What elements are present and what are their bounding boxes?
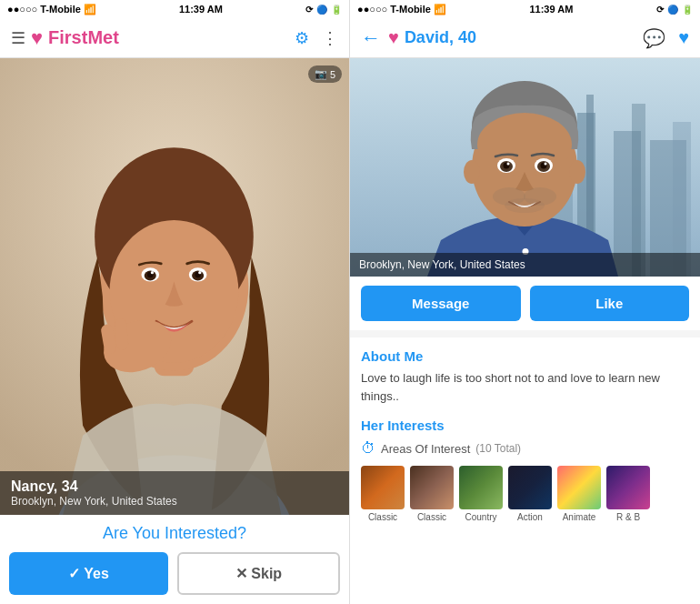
svg-point-38 — [545, 163, 547, 166]
about-me-title: About Me — [361, 348, 689, 364]
interest-label-classic2: Classic — [417, 512, 446, 522]
right-battery-icon: 🔋 — [682, 5, 693, 15]
wifi-icon: 📶 — [84, 4, 96, 15]
interest-item-classic2[interactable]: Classic — [410, 466, 454, 522]
svg-rect-23 — [632, 104, 645, 277]
back-button[interactable]: ← — [361, 26, 381, 50]
interest-photo-classic1 — [361, 466, 405, 509]
left-panel: ●●○○○ T-Mobile 📶 11:39 AM ⟳ 🔵 🔋 ☰ ♥ Firs… — [0, 0, 350, 604]
interested-buttons: ✓ Yes ✕ Skip — [9, 552, 340, 595]
chat-icon[interactable]: 💬 — [643, 27, 665, 49]
interest-label-classic1: Classic — [368, 512, 397, 522]
screen-rotate-icon: ⟳ — [305, 5, 313, 15]
svg-point-42 — [464, 160, 480, 184]
right-profile-photo — [350, 58, 700, 277]
right-wifi-icon: 📶 — [434, 4, 446, 15]
left-photo-container[interactable]: 📷 5 Nancy, 34 Brooklyn, New York, United… — [0, 58, 349, 515]
left-nav-actions: ⚙ ⋮ — [295, 28, 338, 48]
interest-label-country: Country — [465, 512, 496, 522]
left-carrier: ●●○○○ T-Mobile 📶 — [7, 4, 96, 15]
right-location-overlay: Brooklyn, New York, United States — [350, 253, 700, 277]
right-carrier: ●●○○○ T-Mobile 📶 — [357, 4, 446, 15]
right-nav-bar: ← ♥ David, 40 💬 ♥ — [350, 18, 700, 58]
left-nav-bar: ☰ ♥ FirstMet ⚙ ⋮ — [0, 18, 349, 58]
right-status-bar: ●●○○○ T-Mobile 📶 11:39 AM ⟳ 🔵 🔋 — [350, 0, 700, 18]
left-time: 11:39 AM — [179, 4, 223, 15]
right-profile-name: David, 40 — [405, 28, 476, 47]
signal-dots: ●●○○○ — [7, 4, 37, 15]
svg-point-43 — [569, 160, 585, 184]
interests-sub-label: Areas Of Interest — [381, 442, 470, 456]
interest-item-country[interactable]: Country — [459, 466, 503, 522]
photo-count-badge: 📷 5 — [308, 65, 342, 83]
right-status-icons: ⟳ 🔵 🔋 — [656, 5, 693, 15]
interest-label-action: Action — [517, 512, 543, 522]
interested-section: Are You Interested? ✓ Yes ✕ Skip — [0, 515, 349, 604]
left-brand: ☰ ♥ FirstMet — [11, 26, 119, 50]
clock-icon: ⏱ — [361, 440, 375, 457]
interest-item-rb[interactable]: R & B — [606, 466, 650, 522]
right-bluetooth-icon: 🔵 — [667, 5, 678, 15]
interests-title: Her Interests — [361, 418, 689, 433]
right-photo-location: Brooklyn, New York, United States — [359, 258, 525, 271]
yes-button[interactable]: ✓ Yes — [9, 552, 168, 595]
interest-photo-rb — [606, 466, 650, 509]
skip-button[interactable]: ✕ Skip — [177, 552, 340, 595]
interest-photo-action — [508, 466, 552, 509]
left-profile-photo — [0, 58, 349, 515]
message-button[interactable]: Message — [361, 286, 521, 321]
interest-item-animate[interactable]: Animate — [557, 466, 601, 522]
interest-label-rb: R & B — [616, 512, 640, 522]
left-status-bar: ●●○○○ T-Mobile 📶 11:39 AM ⟳ 🔵 🔋 — [0, 0, 349, 18]
interest-thumbnails: Classic Classic Country Action Animate R… — [361, 466, 689, 522]
left-profile-name: Nancy, 34 — [11, 478, 338, 495]
filter-icon[interactable]: ⚙ — [295, 28, 309, 48]
svg-point-30 — [477, 113, 572, 176]
svg-point-10 — [151, 271, 154, 274]
right-brand-heart-icon: ♥ — [388, 27, 399, 48]
left-carrier-name: T-Mobile — [40, 4, 81, 15]
bluetooth-icon: 🔵 — [316, 5, 327, 15]
interested-question: Are You Interested? — [9, 524, 340, 543]
action-buttons: Message Like — [350, 277, 700, 330]
right-nav-actions: 💬 ♥ — [643, 27, 689, 49]
interests-sub: ⏱ Areas Of Interest (10 Total) — [361, 440, 689, 457]
interest-photo-classic2 — [410, 466, 454, 509]
right-panel: ●●○○○ T-Mobile 📶 11:39 AM ⟳ 🔵 🔋 ← ♥ Davi… — [350, 0, 700, 604]
interest-label-animate: Animate — [563, 512, 596, 522]
right-carrier-name: T-Mobile — [390, 4, 431, 15]
heart-nav-icon[interactable]: ♥ — [678, 27, 689, 48]
like-button[interactable]: Like — [530, 286, 690, 321]
left-status-icons: ⟳ 🔵 🔋 — [305, 5, 342, 15]
photo-count: 5 — [330, 69, 335, 80]
interest-photo-animate — [557, 466, 601, 509]
profile-details: About Me Love to laugh life is too short… — [350, 337, 700, 604]
brand-heart-icon: ♥ — [31, 26, 43, 50]
right-signal-dots: ●●○○○ — [357, 4, 387, 15]
about-me-text: Love to laugh life is too short not to a… — [361, 369, 689, 405]
interest-photo-country — [459, 466, 503, 509]
interest-item-classic1[interactable]: Classic — [361, 466, 405, 522]
battery-icon: 🔋 — [331, 5, 342, 15]
svg-point-14 — [198, 271, 201, 274]
svg-point-34 — [507, 163, 510, 166]
right-rotate-icon: ⟳ — [656, 5, 664, 15]
right-time: 11:39 AM — [529, 4, 573, 15]
camera-icon: 📷 — [315, 68, 327, 80]
brand-name: FirstMet — [48, 27, 119, 48]
interest-item-action[interactable]: Action — [508, 466, 552, 522]
right-photo-container[interactable]: Brooklyn, New York, United States — [350, 58, 700, 277]
left-profile-location: Brooklyn, New York, United States — [11, 495, 338, 508]
left-profile-overlay: Nancy, 34 Brooklyn, New York, United Sta… — [0, 471, 349, 515]
interests-count: (10 Total) — [475, 442, 521, 455]
hamburger-icon[interactable]: ☰ — [11, 28, 25, 48]
more-icon[interactable]: ⋮ — [322, 28, 338, 48]
